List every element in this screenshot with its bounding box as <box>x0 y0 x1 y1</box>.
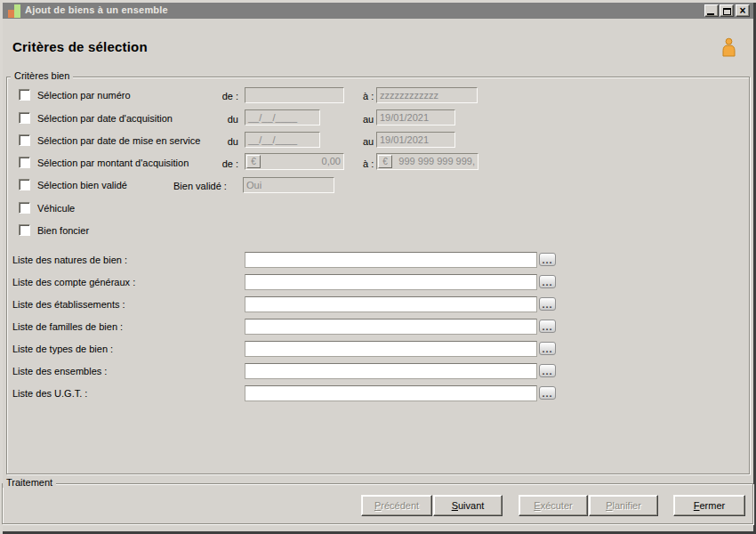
checkbox-selection-bien-valide[interactable] <box>19 179 30 190</box>
criteria-group-label: Critères bien <box>11 70 73 81</box>
treatment-group-label: Traitement <box>3 477 56 488</box>
list-label-natures: Liste des natures de bien : <box>12 255 127 265</box>
minimize-icon <box>707 13 714 15</box>
browse-button-types[interactable]: ... <box>539 342 556 355</box>
browse-button-familles[interactable]: ... <box>539 320 556 333</box>
list-input-types[interactable] <box>245 341 537 357</box>
date-mise-en-service-from-input[interactable]: __/__/____ <box>245 132 320 148</box>
bar-chart-green-bar <box>14 4 20 18</box>
date-acquisition-to-input[interactable]: 19/01/2021 <box>376 109 455 125</box>
list-input-comptes[interactable] <box>245 274 537 290</box>
close-button[interactable]: Fermer <box>673 495 745 516</box>
next-button[interactable]: Suivant <box>433 495 503 516</box>
previous-button[interactable]: Précédent <box>361 495 432 516</box>
checkbox-bien-foncier[interactable] <box>19 224 30 236</box>
browse-button-comptes[interactable]: ... <box>539 275 556 288</box>
list-label-ugt: Liste des U.G.T. : <box>12 388 87 399</box>
date-mise-en-service-to-input[interactable]: 19/01/2021 <box>376 132 455 148</box>
from-label-montant: de : <box>209 158 238 169</box>
list-label-etablissements: Liste des établissements : <box>12 299 125 310</box>
minimize-button[interactable] <box>704 4 719 17</box>
euro-button[interactable]: € <box>246 155 261 168</box>
from-label-date-acquisition: du <box>209 114 238 125</box>
to-label-numero: à : <box>363 91 374 101</box>
checkbox-label-numero: Sélection par numéro <box>37 90 131 101</box>
ellipsis-icon: ... <box>542 344 552 354</box>
from-label-date-mise-en-service: du <box>209 136 238 147</box>
euro-button[interactable]: € <box>378 155 392 168</box>
ellipsis-icon: ... <box>542 299 552 310</box>
checkbox-date-mise-en-service[interactable] <box>19 134 30 146</box>
checkbox-montant-acquisition[interactable] <box>19 157 30 168</box>
ellipsis-icon: ... <box>542 277 552 287</box>
list-input-etablissements[interactable] <box>245 296 537 312</box>
list-label-types: Liste de types de bien : <box>12 344 113 354</box>
checkbox-label-date-acquisition: Sélection par date d'acquisition <box>37 113 173 124</box>
checkbox-label-vehicule: Véhicule <box>37 203 75 214</box>
checkbox-vehicule[interactable] <box>19 202 30 214</box>
ellipsis-icon: ... <box>542 321 552 332</box>
list-input-natures[interactable] <box>245 252 537 268</box>
montant-from-value: 0,00 <box>322 155 341 168</box>
window-close-button[interactable]: × <box>736 4 750 17</box>
montant-from-input[interactable]: € 0,00 <box>245 153 344 170</box>
numero-to-input[interactable]: zzzzzzzzzzzz <box>376 87 478 103</box>
to-label-date-acquisition: au <box>363 114 374 125</box>
list-label-ensembles: Liste des ensembles : <box>12 366 107 376</box>
ellipsis-icon: ... <box>542 388 552 399</box>
schedule-button[interactable]: Planifier <box>589 495 658 516</box>
window-title: Ajout de biens à un ensemble <box>25 4 168 15</box>
list-input-ugt[interactable] <box>245 385 537 401</box>
browse-button-ugt[interactable]: ... <box>539 386 556 400</box>
from-label-numero: de : <box>209 91 238 101</box>
bien-valide-input[interactable]: Oui <box>243 177 334 193</box>
montant-to-input[interactable]: € 999 999 999 999, <box>376 153 479 170</box>
montant-to-value: 999 999 999 999, <box>398 155 475 168</box>
list-input-familles[interactable] <box>245 319 537 335</box>
person-icon <box>720 37 738 59</box>
date-acquisition-from-input[interactable]: __/__/____ <box>245 109 320 125</box>
bar-chart-app-icon <box>7 4 21 18</box>
bar-chart-orange-bar <box>8 10 14 18</box>
browse-button-natures[interactable]: ... <box>539 253 556 266</box>
checkbox-date-acquisition[interactable] <box>19 112 30 124</box>
numero-from-input[interactable] <box>245 87 344 103</box>
close-icon: × <box>736 6 749 16</box>
maximize-icon <box>723 8 731 15</box>
titlebar[interactable]: Ajout de biens à un ensemble × <box>3 3 753 19</box>
to-label-montant: à : <box>363 158 374 169</box>
checkbox-label-bien-valide: Sélection bien validé <box>37 180 127 190</box>
list-label-familles: Liste de familles de bien : <box>12 321 123 332</box>
browse-button-etablissements[interactable]: ... <box>539 297 556 311</box>
list-input-ensembles[interactable] <box>245 363 537 379</box>
to-label-date-mise-en-service: au <box>363 136 374 147</box>
checkbox-label-bien-foncier: Bien foncier <box>37 225 89 236</box>
list-label-comptes: Liste des compte généraux : <box>12 277 135 287</box>
bien-valide-label: Bien validé : <box>173 181 227 191</box>
page-title: Critères de sélection <box>12 39 148 54</box>
browse-button-ensembles[interactable]: ... <box>539 364 556 377</box>
execute-button[interactable]: Exécuter <box>519 495 588 516</box>
ellipsis-icon: ... <box>542 255 552 265</box>
checkbox-label-date-mise-en-service: Sélection par date de mise en service <box>37 135 200 146</box>
dialog-window: Ajout de biens à un ensemble × Critères … <box>0 0 756 534</box>
checkbox-label-montant-acquisition: Sélection par montant d'acquisition <box>37 158 189 168</box>
maximize-button[interactable] <box>720 4 734 17</box>
checkbox-selection-par-numero[interactable] <box>19 89 30 101</box>
ellipsis-icon: ... <box>542 366 552 376</box>
